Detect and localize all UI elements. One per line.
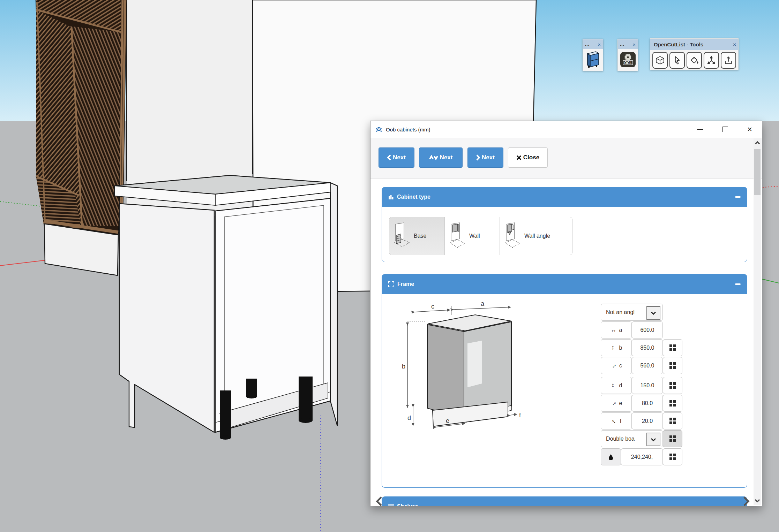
paint-bucket-icon [689,55,700,66]
move-tool-button[interactable] [704,52,719,69]
bar-chart-icon [388,194,394,200]
collapse-icon[interactable] [735,283,741,285]
scroll-down-icon[interactable] [754,496,761,505]
scroll-up-icon[interactable] [754,138,761,147]
scroll-right-icon[interactable] [742,496,751,506]
dim-d-grid-button[interactable] [663,377,682,394]
board-select[interactable]: Double boa [601,430,663,447]
prev-button[interactable]: Next [379,147,414,168]
option-base[interactable]: Base [389,217,445,255]
dim-a-input[interactable]: 600.0 [632,321,663,339]
cube-tool-button[interactable] [652,52,668,69]
close-icon[interactable]: × [598,42,601,47]
scroll-left-icon[interactable] [375,496,383,506]
grid-icon [669,418,676,424]
shelves-header[interactable]: Shelves [382,497,747,506]
svg-text:d: d [407,415,411,421]
toolbar-drag-handle[interactable]: OpenCutList - Tools × [650,39,738,50]
dim-b-input[interactable]: 850.0 [632,339,663,356]
dim-d-input[interactable]: 150.0 [632,377,663,394]
dim-e-input[interactable]: 80.0 [632,395,663,412]
toolbar-opencutlist-tools: OpenCutList - Tools × [650,38,739,70]
angle-select[interactable]: Not an angl [601,304,663,321]
paint-tool-button[interactable] [687,52,702,69]
section-frame: Frame [382,274,747,488]
frame-diagram: c a b d e f [394,302,527,443]
chevron-right-icon [476,154,480,161]
color-input[interactable]: 240,240, [621,448,663,465]
grid-icon [669,454,676,460]
dialog-title: Oob cabinets (mm) [386,127,430,132]
toolbar-drag-handle[interactable]: ... × [618,39,638,49]
chevron-up-down-icon [429,155,438,160]
dim-f-grid-button[interactable] [663,412,682,430]
close-icon[interactable]: × [733,42,736,47]
toolbar-opencutlist: ... × OCL [617,39,638,71]
dim-b-label: ↔ b [601,339,632,356]
next-button[interactable]: Next [467,147,503,168]
collapse-icon[interactable] [735,196,741,198]
dim-c-input[interactable]: 560.0 [632,357,663,374]
grid-icon [669,362,676,369]
dialog-scrollbar[interactable] [754,138,761,505]
svg-text:a: a [481,302,485,307]
toolbar-title: OpenCutList - Tools [654,41,703,47]
chevron-left-icon [387,154,391,161]
cabinet-right-edge[interactable] [330,183,337,426]
dim-c-label: ↔ c [601,357,632,374]
dim-f-label: ↔ f [601,412,632,430]
wood-slat-panel-model[interactable] [36,0,127,275]
arrow-diagonal-icon: ↔ [609,361,619,371]
close-icon[interactable]: × [632,42,636,47]
collapse-icon[interactable] [735,506,741,506]
frame-body: c a b d e f Not an angl ↔ a 600 [382,294,747,488]
color-label [601,448,621,465]
window-close-button[interactable]: × [744,124,756,135]
chevron-down-icon[interactable] [646,433,660,446]
toolbar-drag-handle[interactable]: ... × [583,39,603,49]
arrow-vertical-icon: ↔ [610,382,617,389]
dim-e-grid-button[interactable] [663,395,682,412]
chevron-down-icon[interactable] [646,306,660,320]
option-wall-angle[interactable]: Wall angle [500,217,572,255]
dialog-nav-toolbar: Next Next Next Close [370,138,762,179]
dim-c-grid-button[interactable] [663,357,682,374]
export-tool-button[interactable] [721,52,736,69]
ocl-icon: OCL [620,52,636,68]
grid-icon [669,435,676,442]
opencutlist-tool-button[interactable]: OCL [618,49,638,70]
minimize-button[interactable]: — [694,124,706,135]
svg-text:OCL: OCL [624,61,631,65]
dim-b-grid-button[interactable] [663,339,682,356]
board-grid-button[interactable] [663,430,682,447]
select-tool-button[interactable] [669,52,685,69]
svg-text:b: b [402,363,405,370]
up-down-next-button[interactable]: Next [419,147,463,168]
color-grid-button[interactable] [663,448,682,465]
wall-angle-thumbnail [503,221,521,251]
close-button[interactable]: Close [508,147,548,168]
expand-arrows-icon [388,281,394,287]
arrow-diagonal-icon: ↔ [609,416,619,426]
frame-header[interactable]: Frame [382,274,747,294]
svg-text:e: e [446,417,449,424]
dim-f-input[interactable]: 20.0 [632,412,663,430]
cabinet-type-options: Base Wall Wall angle [389,217,572,255]
oob-cabinet-tool-button[interactable] [583,49,603,70]
scrollbar-thumb[interactable] [754,149,761,195]
dim-d-label: ↔ d [601,377,632,394]
option-wall[interactable]: Wall [445,217,500,255]
grid-icon [669,400,676,406]
cursor-icon [672,55,683,66]
cube-icon [654,55,666,66]
section-cabinet-type: Cabinet type Base [382,187,747,262]
x-icon [516,155,522,160]
cabinet-type-header[interactable]: Cabinet type [382,187,747,207]
maximize-button[interactable] [719,124,731,135]
cabinet-side-panel[interactable] [119,204,214,432]
overflow-dots: ... [585,42,590,47]
oob-cabinets-dialog: Oob cabinets (mm) — × Next Next Next Clo… [370,121,762,506]
move-axes-icon [706,55,717,66]
svg-text:f: f [519,412,521,419]
base-thumbnail [393,221,410,251]
